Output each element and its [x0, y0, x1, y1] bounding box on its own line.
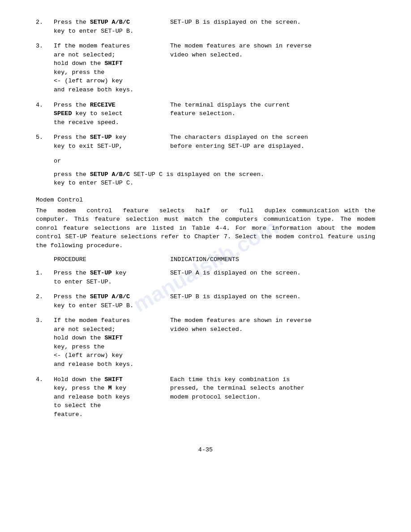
press-setup-text: press the SETUP A/B/C SET-UP C is displa… [54, 170, 375, 188]
item-number: 4. [36, 375, 54, 419]
indication-col: The modem features are shown in reverse … [170, 316, 375, 369]
list-item: 3. If the modem features are not selecte… [36, 42, 375, 94]
procedure-header: PROCEDURE INDICATION/COMMENTS [54, 255, 375, 264]
list-item: 2. Press the SETUP A/B/C key to enter SE… [36, 18, 375, 35]
procedure-col: If the modem features are not selected; … [54, 316, 170, 369]
indication-col: The characters displayed on the screen b… [170, 133, 375, 150]
indication-col: Each time this key combination is presse… [170, 375, 375, 419]
item-number: 4. [36, 101, 54, 127]
item-number: 3. [36, 316, 54, 369]
list-item: 4. Hold down the SHIFT key, press the M … [36, 375, 375, 419]
list-item: 3. If the modem features are not selecte… [36, 316, 375, 369]
indication-col: SET-UP B is displayed on the screen. [170, 292, 375, 310]
page-number: 4-35 [36, 446, 375, 455]
indication-col: The terminal displays the current featur… [170, 101, 375, 127]
item-number: 2. [36, 292, 54, 310]
indication-col: SET-UP B is displayed on the screen. [170, 18, 375, 35]
procedure-label: PROCEDURE [54, 255, 170, 264]
indication-col: The modem features are shown in reverse … [170, 42, 375, 94]
list-item: 5. Press the SET-UP key key to exit SET-… [36, 133, 375, 150]
or-text: or [54, 157, 375, 166]
procedure-col: Hold down the SHIFT key, press the M key… [54, 375, 170, 419]
list-item: 4. Press the RECEIVE SPEED key to select… [36, 101, 375, 127]
list-item: 1. Press the SET-UP key to enter SET-UP.… [36, 269, 375, 286]
procedure-col: If the modem features are not selected; … [54, 42, 170, 94]
modem-paragraph: The modem control feature selects half o… [36, 206, 375, 250]
procedure-col: Press the SETUP A/B/C key to enter SET-U… [54, 292, 170, 310]
procedure-col: Press the SET-UP key to enter SET-UP. [54, 269, 170, 286]
indication-label: INDICATION/COMMENTS [170, 255, 375, 264]
item-number: 3. [36, 42, 54, 94]
list-item: 2. Press the SETUP A/B/C key to enter SE… [36, 292, 375, 310]
page-content: 2. Press the SETUP A/B/C key to enter SE… [36, 18, 375, 455]
item-number: 2. [36, 18, 54, 35]
section-heading: Modem Control [36, 196, 375, 205]
procedure-col: Press the SETUP A/B/C key to enter SET-U… [54, 18, 170, 35]
item-number: 1. [36, 269, 54, 286]
procedure-col: Press the RECEIVE SPEED key to select th… [54, 101, 170, 127]
procedure-col: Press the SET-UP key key to exit SET-UP, [54, 133, 170, 150]
item-number: 5. [36, 133, 54, 150]
indication-col: SET-UP A is displayed on the screen. [170, 269, 375, 286]
